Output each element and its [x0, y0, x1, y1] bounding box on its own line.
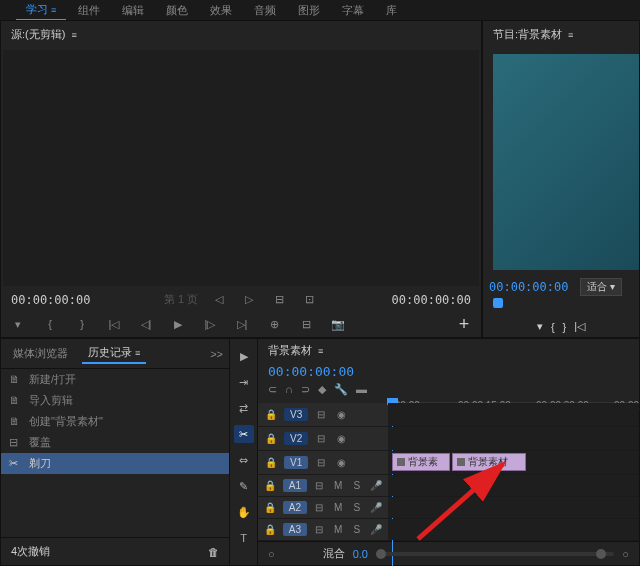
zoom-handle-right[interactable] — [596, 549, 606, 559]
ws-tab-captions[interactable]: 字幕 — [332, 1, 374, 20]
ws-tab-assembly[interactable]: 组件 — [68, 1, 110, 20]
razor-tool-icon[interactable]: ✂ — [234, 425, 254, 443]
toggle-output-icon[interactable]: ⊟ — [313, 523, 326, 537]
mark-in-icon[interactable]: { — [551, 321, 555, 333]
solo-icon[interactable]: S — [350, 479, 363, 493]
zoom-scrubber[interactable] — [376, 552, 614, 556]
zoom-handle-left[interactable] — [376, 549, 386, 559]
go-in-icon[interactable]: |◁ — [107, 317, 121, 331]
pen-tool-icon[interactable]: ✎ — [234, 477, 254, 495]
voice-icon[interactable]: 🎤 — [369, 479, 382, 493]
caption-icon[interactable]: ▬ — [356, 383, 367, 396]
mix-value[interactable]: 0.0 — [353, 548, 368, 560]
ws-tab-graphics[interactable]: 图形 — [288, 1, 330, 20]
source-in-timecode[interactable]: 00:00:00:00 — [11, 293, 90, 307]
track-select-tool-icon[interactable]: ⇥ — [234, 373, 254, 391]
overwrite-btn-icon[interactable]: ⊟ — [299, 317, 313, 331]
toggle-output-icon[interactable]: ⊟ — [314, 432, 328, 446]
sequence-tab[interactable]: 背景素材 ≡ — [258, 339, 639, 362]
voice-icon[interactable]: 🎤 — [369, 523, 382, 537]
snap-icon[interactable]: ∩ — [285, 383, 293, 396]
eye-icon[interactable]: ◉ — [334, 432, 348, 446]
marker-icon[interactable]: ▾ — [537, 320, 543, 333]
ws-tab-learn[interactable]: 学习 ≡ — [16, 0, 66, 21]
eye-icon[interactable]: ◉ — [334, 408, 348, 422]
mark-out-icon[interactable]: } — [75, 317, 89, 331]
lock-icon[interactable]: 🔒 — [264, 408, 278, 422]
history-item[interactable]: 🗎导入剪辑 — [1, 390, 229, 411]
trash-icon[interactable]: 🗑 — [208, 546, 219, 558]
ws-tab-editing[interactable]: 编辑 — [112, 1, 154, 20]
lock-icon[interactable]: 🔒 — [264, 479, 277, 493]
track-label[interactable]: A2 — [283, 501, 307, 514]
eye-icon[interactable]: ◉ — [334, 456, 348, 470]
panel-menu-icon[interactable]: ≡ — [568, 30, 573, 40]
slip-tool-icon[interactable]: ⇔ — [234, 451, 254, 469]
track-body[interactable]: 背景素 背景素材 — [388, 451, 639, 474]
tab-history[interactable]: 历史记录 ≡ — [82, 343, 146, 364]
add-button-icon[interactable]: + — [457, 317, 471, 331]
marker-icon[interactable]: ▾ — [11, 317, 25, 331]
history-item[interactable]: 🗎创建"背景素材" — [1, 411, 229, 432]
zoom-fit-select[interactable]: 适合 ▾ — [580, 278, 622, 296]
history-item[interactable]: 🗎新建/打开 — [1, 369, 229, 390]
track-label[interactable]: V3 — [284, 408, 308, 421]
track-body[interactable] — [388, 497, 639, 518]
step-fwd-icon[interactable]: |▷ — [203, 317, 217, 331]
ws-tab-effects[interactable]: 效果 — [200, 1, 242, 20]
hand-tool-icon[interactable]: ✋ — [234, 503, 254, 521]
source-monitor[interactable] — [3, 50, 479, 286]
mute-icon[interactable]: M — [332, 501, 345, 515]
ripple-tool-icon[interactable]: ⇄ — [234, 399, 254, 417]
settings-icon[interactable]: 🔧 — [334, 383, 348, 396]
solo-icon[interactable]: S — [350, 523, 363, 537]
history-item[interactable]: ✂剃刀 — [1, 453, 229, 474]
insert-btn-icon[interactable]: ⊕ — [267, 317, 281, 331]
overwrite-icon[interactable]: ⊡ — [300, 293, 318, 307]
nest-icon[interactable]: ⊂ — [268, 383, 277, 396]
mark-in-icon[interactable]: { — [43, 317, 57, 331]
track-label[interactable]: A1 — [283, 479, 307, 492]
track-body[interactable] — [388, 403, 639, 426]
ws-tab-color[interactable]: 颜色 — [156, 1, 198, 20]
type-tool-icon[interactable]: T — [234, 529, 254, 547]
mark-out-icon[interactable]: } — [563, 321, 567, 333]
mute-icon[interactable]: M — [332, 479, 345, 493]
mute-icon[interactable]: M — [332, 523, 345, 537]
ws-tab-audio[interactable]: 音频 — [244, 1, 286, 20]
voice-icon[interactable]: 🎤 — [369, 501, 382, 515]
link-icon[interactable]: ⊃ — [301, 383, 310, 396]
selection-tool-icon[interactable]: ▶ — [234, 347, 254, 365]
toggle-output-icon[interactable]: ⊟ — [313, 479, 326, 493]
go-out-icon[interactable]: ▷| — [235, 317, 249, 331]
play-icon[interactable]: ▶ — [171, 317, 185, 331]
step-next-icon[interactable]: ▷ — [240, 293, 258, 307]
track-body[interactable] — [388, 475, 639, 496]
overflow-icon[interactable]: >> — [210, 348, 223, 360]
clip[interactable]: 背景素材 — [452, 453, 526, 471]
program-playhead[interactable] — [493, 298, 503, 308]
source-out-timecode[interactable]: 00:00:00:00 — [392, 293, 471, 307]
toggle-output-icon[interactable]: ⊟ — [314, 456, 328, 470]
toggle-output-icon[interactable]: ⊟ — [314, 408, 328, 422]
lock-icon[interactable]: 🔒 — [264, 432, 278, 446]
program-monitor[interactable] — [493, 54, 639, 270]
solo-icon[interactable]: S — [350, 501, 363, 515]
sequence-timecode[interactable]: 00:00:00:00 — [268, 364, 354, 379]
panel-menu-icon[interactable]: ≡ — [71, 30, 76, 40]
toggle-output-icon[interactable]: ⊟ — [313, 501, 326, 515]
track-label[interactable]: V1 — [284, 456, 308, 469]
track-label[interactable]: A3 — [283, 523, 307, 536]
lock-icon[interactable]: 🔒 — [264, 523, 277, 537]
lock-icon[interactable]: 🔒 — [264, 456, 278, 470]
program-ruler[interactable] — [489, 298, 633, 316]
track-body[interactable] — [388, 427, 639, 450]
step-back-icon[interactable]: ◁| — [139, 317, 153, 331]
panel-menu-icon[interactable]: ≡ — [318, 346, 323, 356]
insert-icon[interactable]: ⊟ — [270, 293, 288, 307]
clip[interactable]: 背景素 — [392, 453, 450, 471]
lock-icon[interactable]: 🔒 — [264, 501, 277, 515]
track-body[interactable] — [388, 519, 639, 540]
tab-media-browser[interactable]: 媒体浏览器 — [7, 344, 74, 363]
track-label[interactable]: V2 — [284, 432, 308, 445]
